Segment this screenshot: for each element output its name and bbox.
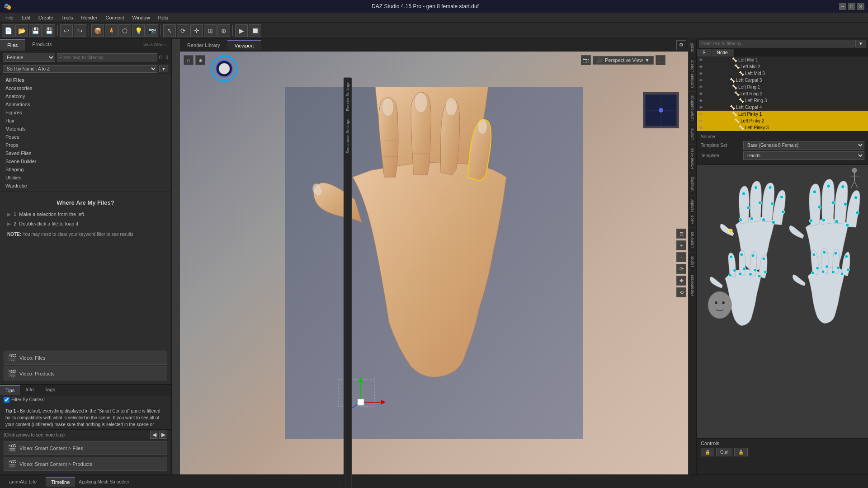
minimize-button[interactable]: ─ [839, 3, 846, 10]
menu-help[interactable]: Help [155, 14, 172, 21]
tree-item-left-pinky-1[interactable]: 👁 🦴 Left Pinky 1 [697, 111, 868, 117]
cat-saved-files[interactable]: Saved Files [0, 149, 171, 157]
iray-button[interactable]: 🔲 [249, 24, 261, 37]
cat-figures[interactable]: Figures [0, 108, 171, 117]
eye-icon-5[interactable]: 👁 [699, 85, 703, 89]
menu-edit[interactable]: Edit [18, 14, 34, 21]
work-offline-btn[interactable]: Work Offline... [143, 42, 169, 47]
camera-button[interactable]: 📷 [146, 24, 158, 37]
zoom-out-btn[interactable]: - [676, 252, 686, 262]
tips-prev-btn[interactable]: ◀ [150, 431, 158, 439]
eye-icon-4[interactable]: 👁 [699, 78, 703, 83]
eye-icon-9[interactable]: 👁 [699, 112, 703, 117]
eye-icon-11[interactable]: 👁 [699, 126, 703, 130]
scale-button[interactable]: ⊞ [204, 24, 217, 37]
dolly-btn[interactable]: ⟲ [676, 287, 686, 297]
tab-tags[interactable]: Tags [39, 385, 61, 395]
perspective-view-label[interactable]: 🎥 Perspective View ▼ [593, 56, 654, 65]
video-files-link[interactable]: 🎬 Video: Files [4, 351, 167, 365]
side-tab-lights[interactable]: Lights [689, 252, 696, 271]
sort-options-btn[interactable]: ▼ [159, 66, 168, 72]
tab-info[interactable]: Info [20, 385, 39, 395]
tree-item-left-carpal-4[interactable]: 👁 🦴 Left Carpal 4 [697, 104, 868, 111]
cat-scene-builder[interactable]: Scene Builder [0, 157, 171, 165]
video-smart-products-link[interactable]: 🎬 Video: Smart Content > Products [4, 457, 167, 471]
tree-item-left-carpal-3[interactable]: 👁 🦴 Left Carpal 3 [697, 77, 868, 84]
open-button[interactable]: 📂 [15, 24, 28, 37]
tab-viewport[interactable]: Viewport [227, 40, 261, 50]
menu-create[interactable]: Create [35, 14, 57, 21]
menu-tools[interactable]: Tools [58, 14, 77, 21]
tree-item-left-pinky-3[interactable]: 👁 🦴 Left Pinky 3 [697, 124, 868, 131]
side-tab-cameras[interactable]: Cameras [689, 228, 696, 252]
side-tab-parameters[interactable]: Parameters [689, 271, 696, 300]
vp-camera-btn[interactable]: 📷 [581, 55, 591, 65]
vp-reset-btn[interactable]: ⌂ [184, 55, 193, 65]
eye-icon-10[interactable]: 👁 [699, 119, 703, 123]
tab-products[interactable]: Products [25, 39, 59, 51]
filter-context-checkbox[interactable] [4, 397, 9, 403]
category-select[interactable]: Female [3, 53, 55, 62]
tree-item-left-ring-1[interactable]: 👁 🦴 Left Ring 1 [697, 84, 868, 90]
side-tab-shaping[interactable]: Shaping [689, 173, 696, 195]
eye-icon-6[interactable]: 👁 [699, 92, 703, 96]
filter-context-row[interactable]: Filter By Context [0, 395, 171, 404]
ctrl-lock-btn-2[interactable]: 🔒 [734, 448, 748, 456]
tree-item-left-pinky-2[interactable]: 👁 🦴 Left Pinky 2 [697, 117, 868, 124]
cat-utilities[interactable]: Utilities [0, 174, 171, 182]
side-tab-instill[interactable]: Instill [689, 39, 696, 56]
template-select[interactable]: Hands [743, 151, 864, 160]
zoom-fit-btn[interactable]: ⊡ [676, 229, 686, 239]
scene-filter-btn[interactable]: ▼ [855, 40, 866, 47]
search-input[interactable] [57, 53, 157, 61]
tree-item-left-ring-3[interactable]: 👁 🦴 Left Ring 3 [697, 97, 868, 104]
cat-hair[interactable]: Hair [0, 117, 171, 125]
side-tab-powerpose[interactable]: PowerPose [689, 144, 696, 173]
close-button[interactable]: ✕ [857, 3, 864, 10]
vp-maximize-btn[interactable]: ⛶ [656, 55, 665, 65]
tips-next-btn[interactable]: ▶ [159, 431, 167, 439]
tree-item-left-mid-1[interactable]: 👁 🦴 Left Mid 1 [697, 56, 868, 63]
cat-animations[interactable]: Animations [0, 100, 171, 108]
cat-all-files[interactable]: All Files [0, 76, 171, 84]
maximize-button[interactable]: □ [848, 3, 855, 10]
light-button[interactable]: 💡 [132, 24, 145, 37]
viewport[interactable]: ⌂ ⊞ 📷 🎥 Perspective View ▼ [180, 52, 688, 474]
eye-icon-8[interactable]: 👁 [699, 105, 703, 110]
cat-shaping[interactable]: Shaping [0, 165, 171, 174]
menu-window[interactable]: Window [128, 14, 153, 21]
template-set-select[interactable]: Base (Genesis 8 Female) [743, 141, 864, 150]
side-tab-draw-settings[interactable]: Draw Settings [689, 91, 696, 124]
eye-icon-2[interactable]: 👁 [699, 65, 703, 69]
side-tab-face-transfer[interactable]: Face Transfer [689, 195, 696, 228]
side-tab-render-settings[interactable]: Render Settings [344, 78, 351, 115]
new-button[interactable]: 📄 [2, 24, 14, 37]
cat-accessories[interactable]: Accessories [0, 84, 171, 92]
rotate-button[interactable]: ⟳ [177, 24, 189, 37]
save-as-button[interactable]: 💾 [42, 24, 55, 37]
pan-btn[interactable]: ✥ [676, 276, 686, 286]
content-button[interactable]: 📦 [91, 24, 104, 37]
tab-tips[interactable]: Tips [0, 385, 20, 395]
render-button[interactable]: ▶ [235, 24, 248, 37]
primitives-button[interactable]: ⬡ [118, 24, 131, 37]
tab-files[interactable]: Files [0, 39, 25, 51]
eye-icon-7[interactable]: 👁 [699, 99, 703, 103]
menu-file[interactable]: File [2, 14, 17, 21]
translate-button[interactable]: ✛ [190, 24, 203, 37]
eye-icon[interactable]: 👁 [699, 58, 703, 62]
menu-render[interactable]: Render [77, 14, 101, 21]
orbit-btn[interactable]: ⟳ [676, 264, 686, 274]
tree-item-left-mid-3[interactable]: 👁 🦴 Left Mid 3 [697, 70, 868, 77]
cat-props[interactable]: Props [0, 141, 171, 149]
node-tab[interactable]: Node [712, 49, 734, 56]
menu-connect[interactable]: Connect [102, 14, 128, 21]
undo-button[interactable]: ↩ [60, 24, 73, 37]
tree-item-left-ring-2[interactable]: 👁 🦴 Left Ring 2 [697, 90, 868, 97]
tree-item-left-mid-2[interactable]: 👁 🦴 Left Mid 2 [697, 63, 868, 70]
sort-select[interactable]: Sort by Name : A to Z [3, 65, 157, 73]
side-tab-content-library[interactable]: Content Library [689, 56, 696, 92]
pose-panel[interactable] [697, 165, 868, 438]
tab-render-library[interactable]: Render Library [180, 41, 227, 50]
video-products-link[interactable]: 🎬 Video: Products [4, 366, 167, 380]
